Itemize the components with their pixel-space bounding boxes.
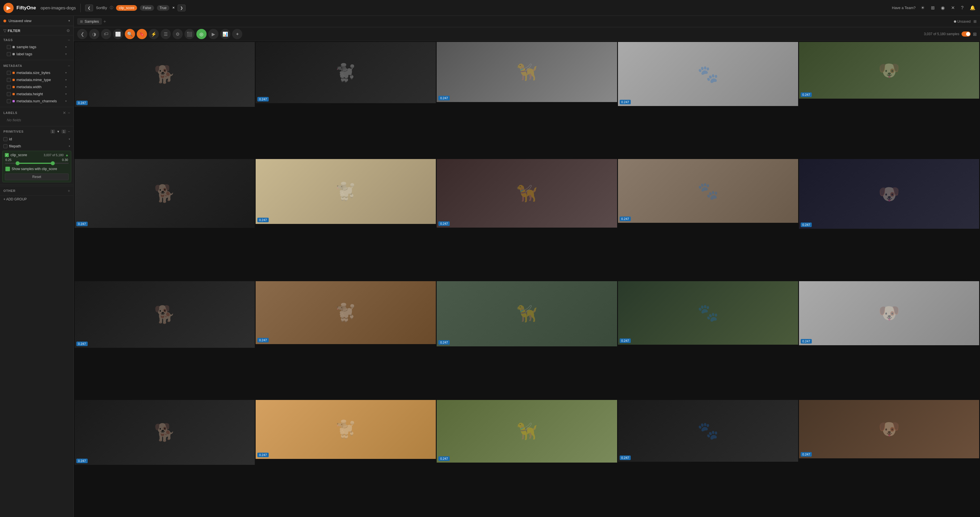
display-toggle[interactable] bbox=[962, 32, 970, 36]
sidebar: Unsaved view ▾ ▽ FILTER ⚙ TAGS − sample … bbox=[0, 16, 74, 517]
filepath-checkbox[interactable] bbox=[3, 144, 7, 148]
nav-back-btn[interactable]: ❮ bbox=[85, 5, 93, 11]
id-checkbox[interactable] bbox=[3, 137, 7, 141]
toolbar-search-btn[interactable]: 🔍 bbox=[125, 29, 135, 39]
grid-cell[interactable]: 🐕0.247 bbox=[75, 42, 255, 107]
grid-cell[interactable]: 🐩0.247 bbox=[256, 400, 436, 459]
other-plus-icon[interactable]: + bbox=[68, 189, 70, 193]
add-group-button[interactable]: + ADD GROUP bbox=[0, 195, 73, 203]
tags-minus-icon[interactable]: − bbox=[68, 38, 70, 42]
divider-2 bbox=[0, 107, 73, 107]
team-label: Have a Team? bbox=[892, 6, 916, 10]
score-badge: 0.247 bbox=[801, 222, 812, 227]
toolbar-dots-btn[interactable]: ✦ bbox=[232, 29, 242, 39]
clip-score-label: clip_score bbox=[11, 153, 42, 157]
labels-minus-icon[interactable]: − bbox=[68, 111, 70, 115]
toolbar-layout-btn[interactable]: ⬛ bbox=[185, 29, 195, 39]
false-chip[interactable]: False bbox=[140, 5, 154, 11]
score-badge: 0.247 bbox=[257, 218, 269, 222]
grid-cell[interactable]: 🐾0.247 bbox=[618, 400, 798, 462]
sidebar-item-height[interactable]: metadata.height ▾ bbox=[3, 90, 70, 97]
toolbar-label-btn[interactable]: ⬜ bbox=[113, 29, 123, 39]
height-checkbox[interactable] bbox=[7, 92, 11, 96]
chip-close-icon[interactable]: ✕ bbox=[172, 6, 175, 10]
close-topbar-icon[interactable]: ✕ bbox=[950, 4, 956, 12]
nav-forward-btn[interactable]: ❯ bbox=[178, 5, 186, 11]
toolbar-tag-btn[interactable]: 🏷 bbox=[101, 29, 111, 39]
range-slider-left-thumb[interactable] bbox=[16, 161, 19, 165]
range-slider-right-thumb[interactable] bbox=[51, 161, 55, 165]
grid-cell[interactable]: 🐩0.247 bbox=[256, 159, 436, 224]
true-chip[interactable]: True bbox=[157, 5, 169, 11]
primitives-filter-icon[interactable]: ▼ bbox=[57, 130, 60, 133]
view-chevron-icon: ▾ bbox=[68, 19, 70, 23]
grid-cell[interactable]: 🦮0.247 bbox=[437, 159, 617, 228]
grid-cell[interactable]: 🐶0.247 bbox=[799, 400, 979, 458]
grid-cell[interactable]: 🐶0.247 bbox=[799, 159, 979, 229]
filter-header: ▽ FILTER ⚙ bbox=[0, 26, 73, 35]
score-badge: 0.247 bbox=[438, 456, 450, 461]
grid-cell[interactable]: 🐶0.247 bbox=[799, 281, 979, 345]
toolbar-chart-btn[interactable]: 📊 bbox=[220, 29, 231, 39]
num-channels-checkbox[interactable] bbox=[7, 99, 11, 103]
help-icon[interactable]: ? bbox=[960, 4, 965, 12]
grid-cell[interactable]: 🐕0.247 bbox=[75, 400, 255, 465]
sidebar-item-label-tags[interactable]: label tags ▾ bbox=[3, 51, 70, 57]
toolbar-video-btn[interactable]: ▶ bbox=[208, 29, 218, 39]
grid-cell[interactable]: 🐾0.247 bbox=[618, 159, 798, 223]
range-min-val: 0.25 bbox=[5, 158, 11, 162]
toolbar-back-btn[interactable]: ❮ bbox=[77, 29, 88, 39]
metadata-minus-icon[interactable]: − bbox=[68, 63, 70, 68]
toolbar-bookmark-btn[interactable]: 🔖 bbox=[137, 29, 147, 39]
sample-tags-checkbox[interactable] bbox=[7, 45, 11, 49]
view-options-icon[interactable]: ⊞ bbox=[974, 19, 977, 24]
github-icon[interactable]: ◉ bbox=[940, 4, 946, 12]
mime-type-checkbox[interactable] bbox=[7, 78, 11, 82]
filter-settings-icon[interactable]: ⚙ bbox=[67, 29, 70, 33]
sidebar-item-id[interactable]: id ▾ bbox=[0, 135, 73, 143]
sidebar-item-num-channels[interactable]: metadata.num_channels ▾ bbox=[3, 97, 70, 105]
grid-cell[interactable]: 🐩0.247 bbox=[256, 281, 436, 344]
view-selector[interactable]: Unsaved view ▾ bbox=[0, 16, 73, 26]
bell-icon[interactable]: 🔔 bbox=[969, 4, 977, 12]
toolbar-openai-btn[interactable]: ◎ bbox=[196, 29, 207, 39]
width-checkbox[interactable] bbox=[7, 85, 11, 89]
add-tab-icon[interactable]: + bbox=[103, 19, 106, 24]
score-badge: 0.247 bbox=[257, 338, 269, 343]
sidebar-item-filepath[interactable]: filepath ▾ bbox=[0, 143, 73, 150]
toolbar-settings-btn[interactable]: ⚙ bbox=[172, 29, 183, 39]
grid-cell[interactable]: 🐕0.247 bbox=[75, 281, 255, 348]
grid-cell[interactable]: 🐾0.247 bbox=[618, 42, 798, 106]
primitives-minus-icon[interactable]: − bbox=[68, 129, 70, 134]
toolbar-person-btn[interactable]: ⚡ bbox=[149, 29, 159, 39]
grid-cell[interactable]: 🦮0.247 bbox=[437, 281, 617, 346]
grid-view-icon[interactable]: ⊞ bbox=[973, 32, 977, 37]
dog-silhouette-icon: 🐾 bbox=[697, 303, 719, 323]
sidebar-item-mime-type[interactable]: metadata.mime_type ▾ bbox=[3, 76, 70, 83]
grid-cell[interactable]: 🦮0.247 bbox=[437, 42, 617, 102]
grid-icon[interactable]: ⊞ bbox=[930, 4, 936, 12]
grid-cell[interactable]: 🐾0.247 bbox=[618, 281, 798, 345]
samples-tab[interactable]: ⊞ Samples bbox=[77, 18, 102, 25]
grid-cell[interactable]: 🐶0.247 bbox=[799, 42, 979, 98]
clip-score-chip[interactable]: clip_score bbox=[116, 5, 137, 11]
label-tags-checkbox[interactable] bbox=[7, 52, 11, 56]
size-bytes-checkbox[interactable] bbox=[7, 71, 11, 75]
id-label: id bbox=[9, 137, 67, 141]
sidebar-item-size-bytes[interactable]: metadata.size_bytes ▾ bbox=[3, 69, 70, 76]
cell-overlay: 🐾 bbox=[618, 400, 798, 462]
dog-silhouette-icon: 🐩 bbox=[335, 419, 356, 439]
sidebar-item-sample-tags[interactable]: sample tags ▾ bbox=[3, 43, 70, 51]
labels-clear-icon[interactable]: ✕ bbox=[63, 111, 66, 115]
clip-score-checkbox[interactable]: ✓ bbox=[5, 153, 9, 157]
sun-icon[interactable]: ☀ bbox=[920, 4, 926, 12]
dog-silhouette-icon: 🐩 bbox=[335, 63, 356, 83]
toolbar-palette-btn[interactable]: ◑ bbox=[89, 29, 99, 39]
grid-cell[interactable]: 🐩0.247 bbox=[256, 42, 436, 103]
grid-cell[interactable]: 🐕0.247 bbox=[75, 159, 255, 228]
clip-score-chevron-icon[interactable]: ▲ bbox=[65, 153, 68, 157]
grid-cell[interactable]: 🦮0.247 bbox=[437, 400, 617, 463]
sidebar-item-width[interactable]: metadata.width ▾ bbox=[3, 83, 70, 90]
reset-button[interactable]: Reset bbox=[5, 173, 68, 180]
toolbar-list-btn[interactable]: ☰ bbox=[161, 29, 171, 39]
